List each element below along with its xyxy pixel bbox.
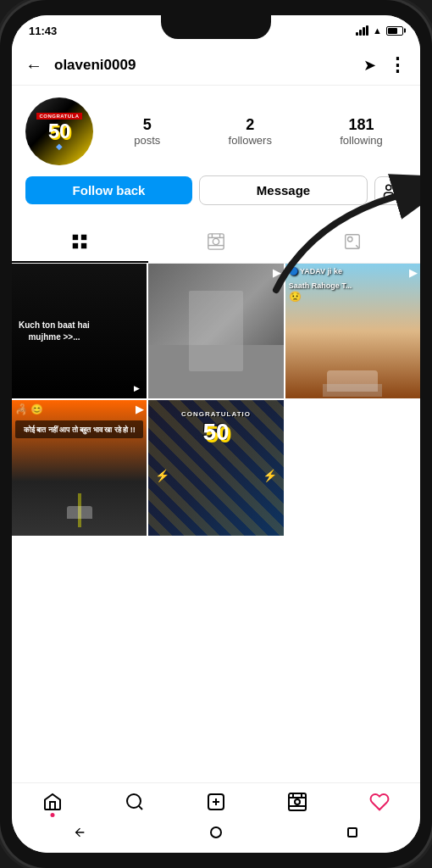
profile-header: ← olaveni0009 ➤ ⋮ <box>12 46 420 86</box>
status-time: 11:43 <box>29 25 57 37</box>
android-nav <box>12 817 420 853</box>
status-icons: ▲ <box>356 25 403 36</box>
add-person-button[interactable] <box>374 176 407 205</box>
grid-item[interactable]: 🦂 😊 कोई बात नहीं आप तो बहुत भाव खा रहे ह… <box>12 400 147 535</box>
posts-count: 5 <box>143 116 152 134</box>
svg-rect-7 <box>208 234 224 249</box>
followers-label: followers <box>229 134 272 147</box>
posts-label: posts <box>134 134 160 147</box>
svg-rect-6 <box>81 243 86 248</box>
wifi-icon: ▲ <box>373 25 382 36</box>
phone-screen: 11:43 ▲ ← olaveni0009 ➤ <box>12 15 420 853</box>
back-button[interactable]: ← <box>25 56 42 75</box>
android-recents[interactable] <box>344 824 361 841</box>
svg-point-14 <box>347 237 352 242</box>
main-content: ← olaveni0009 ➤ ⋮ CONGRATULA 50 ◆ <box>12 46 420 782</box>
android-back[interactable] <box>71 824 88 841</box>
svg-point-8 <box>213 238 219 244</box>
profile-top: CONGRATULA 50 ◆ 5 posts 2 followers <box>25 97 407 165</box>
svg-rect-21 <box>289 793 306 810</box>
avatar: CONGRATULA 50 ◆ <box>25 97 93 165</box>
send-icon[interactable]: ➤ <box>363 56 376 75</box>
reels-badge: ▶ <box>273 267 280 281</box>
congrats-label: CONGRATULA <box>36 113 81 120</box>
posts-stat: 5 posts <box>134 116 160 147</box>
diamond-icon: ◆ <box>56 142 63 151</box>
phone-frame: 11:43 ▲ ← olaveni0009 ➤ <box>0 0 432 868</box>
svg-point-16 <box>127 794 141 808</box>
following-label: following <box>340 134 383 147</box>
svg-rect-3 <box>73 235 78 240</box>
home-dot <box>51 813 55 817</box>
following-count: 181 <box>349 116 374 134</box>
congrats-50: 50 <box>48 121 71 142</box>
svg-line-17 <box>138 806 141 810</box>
nav-add[interactable] <box>206 792 226 812</box>
tab-grid[interactable] <box>12 222 148 263</box>
nav-activity[interactable] <box>369 792 390 812</box>
reels-badge: ▶ <box>409 267 417 281</box>
notch <box>161 15 271 39</box>
followers-stat[interactable]: 2 followers <box>229 116 272 147</box>
grid-item[interactable]: ▶ <box>148 264 283 398</box>
nav-reels[interactable] <box>287 792 307 812</box>
username-label: olaveni0009 <box>54 57 363 74</box>
follow-back-button[interactable]: Follow back <box>25 176 192 204</box>
grid-item[interactable]: CONGRATULATIO 50 ⚡ ⚡ <box>148 400 283 535</box>
grid-item[interactable]: Kuch ton baat haimujhme >>... ▶ <box>12 264 147 398</box>
svg-rect-5 <box>73 243 78 248</box>
bottom-nav <box>12 782 420 817</box>
grid-item[interactable]: 🔵 YADAV ji ke Saath Rahoge T... 😟 ▶ <box>285 264 420 398</box>
android-home[interactable] <box>208 824 224 841</box>
stats-row: 5 posts 2 followers 181 following <box>110 116 407 147</box>
tab-reels[interactable] <box>148 222 285 263</box>
tab-tagged[interactable] <box>284 222 420 263</box>
svg-point-22 <box>295 799 300 804</box>
profile-section: CONGRATULA 50 ◆ 5 posts 2 followers <box>12 86 420 214</box>
battery-icon <box>386 26 403 36</box>
reels-badge: ▶ <box>136 403 143 417</box>
following-stat[interactable]: 181 following <box>340 116 383 147</box>
followers-count: 2 <box>246 116 254 134</box>
signal-icon <box>356 25 368 36</box>
message-button[interactable]: Message <box>199 175 368 205</box>
nav-search[interactable] <box>125 792 145 812</box>
svg-point-0 <box>386 185 391 190</box>
action-buttons: Follow back Message <box>25 175 407 205</box>
profile-tabs <box>12 222 420 264</box>
more-options-button[interactable]: ⋮ <box>388 54 407 76</box>
svg-rect-4 <box>81 235 86 240</box>
nav-home[interactable] <box>42 792 63 812</box>
photo-grid: Kuch ton baat haimujhme >>... ▶ ▶ <box>12 264 420 536</box>
